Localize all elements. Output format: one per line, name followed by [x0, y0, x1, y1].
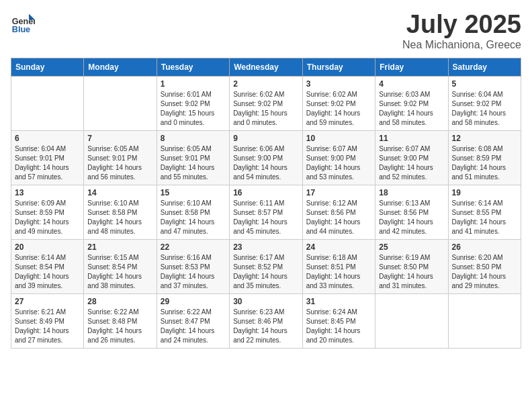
- day-info: Sunrise: 6:13 AMSunset: 8:56 PMDaylight:…: [379, 199, 433, 235]
- day-info: Sunrise: 6:02 AMSunset: 9:02 PMDaylight:…: [233, 91, 287, 126]
- weekday-header-sunday: Sunday: [11, 58, 84, 76]
- calendar-cell: 18Sunrise: 6:13 AMSunset: 8:56 PMDayligh…: [375, 185, 448, 239]
- day-number: 26: [452, 242, 518, 252]
- day-number: 31: [306, 297, 371, 306]
- day-number: 8: [161, 134, 226, 143]
- day-number: 13: [15, 188, 80, 197]
- calendar-cell: 23Sunrise: 6:17 AMSunset: 8:52 PMDayligh…: [230, 239, 303, 293]
- day-number: 12: [452, 134, 518, 143]
- calendar-cell: 2Sunrise: 6:02 AMSunset: 9:02 PMDaylight…: [230, 76, 303, 130]
- calendar-cell: [11, 76, 84, 130]
- calendar-cell: 6Sunrise: 6:04 AMSunset: 9:01 PMDaylight…: [11, 130, 84, 185]
- day-number: 30: [233, 297, 299, 306]
- weekday-header-saturday: Saturday: [448, 58, 521, 76]
- day-number: 15: [161, 188, 226, 197]
- day-info: Sunrise: 6:23 AMSunset: 8:46 PMDaylight:…: [233, 308, 287, 344]
- day-number: 11: [379, 134, 444, 143]
- day-number: 19: [452, 188, 518, 197]
- svg-text:Blue: Blue: [12, 25, 30, 34]
- day-number: 25: [379, 242, 444, 252]
- day-info: Sunrise: 6:22 AMSunset: 8:48 PMDaylight:…: [87, 308, 142, 344]
- weekday-header-monday: Monday: [84, 58, 157, 76]
- day-info: Sunrise: 6:18 AMSunset: 8:51 PMDaylight:…: [306, 254, 361, 289]
- calendar-cell: 7Sunrise: 6:05 AMSunset: 9:01 PMDaylight…: [84, 130, 157, 185]
- day-info: Sunrise: 6:04 AMSunset: 9:01 PMDaylight:…: [15, 145, 69, 181]
- day-number: 1: [161, 79, 226, 89]
- day-info: Sunrise: 6:05 AMSunset: 9:01 PMDaylight:…: [87, 145, 142, 181]
- calendar-cell: 16Sunrise: 6:11 AMSunset: 8:57 PMDayligh…: [230, 185, 303, 239]
- calendar-cell: 25Sunrise: 6:19 AMSunset: 8:50 PMDayligh…: [375, 239, 448, 293]
- calendar-cell: 19Sunrise: 6:14 AMSunset: 8:55 PMDayligh…: [448, 185, 521, 239]
- page-header: General Blue July 2025 Nea Michaniona, G…: [11, 11, 521, 51]
- day-info: Sunrise: 6:07 AMSunset: 9:00 PMDaylight:…: [379, 145, 433, 181]
- calendar-cell: 1Sunrise: 6:01 AMSunset: 9:02 PMDaylight…: [157, 76, 229, 130]
- day-info: Sunrise: 6:14 AMSunset: 8:55 PMDaylight:…: [452, 199, 506, 235]
- calendar-week-4: 20Sunrise: 6:14 AMSunset: 8:54 PMDayligh…: [11, 239, 521, 293]
- calendar-cell: 20Sunrise: 6:14 AMSunset: 8:54 PMDayligh…: [11, 239, 84, 293]
- weekday-header-friday: Friday: [375, 58, 448, 76]
- day-info: Sunrise: 6:12 AMSunset: 8:56 PMDaylight:…: [306, 199, 361, 235]
- calendar-cell: 5Sunrise: 6:04 AMSunset: 9:02 PMDaylight…: [448, 76, 521, 130]
- day-info: Sunrise: 6:17 AMSunset: 8:52 PMDaylight:…: [233, 254, 287, 289]
- calendar-cell: 4Sunrise: 6:03 AMSunset: 9:02 PMDaylight…: [375, 76, 448, 130]
- calendar-cell: [448, 293, 521, 348]
- calendar-week-3: 13Sunrise: 6:09 AMSunset: 8:59 PMDayligh…: [11, 185, 521, 239]
- location: Nea Michaniona, Greece: [402, 39, 521, 51]
- day-number: 29: [161, 297, 226, 306]
- day-number: 18: [379, 188, 444, 197]
- calendar-cell: 27Sunrise: 6:21 AMSunset: 8:49 PMDayligh…: [11, 293, 84, 348]
- day-info: Sunrise: 6:20 AMSunset: 8:50 PMDaylight:…: [452, 254, 506, 289]
- calendar-table: SundayMondayTuesdayWednesdayThursdayFrid…: [11, 58, 521, 349]
- day-info: Sunrise: 6:08 AMSunset: 8:59 PMDaylight:…: [452, 145, 506, 181]
- day-number: 3: [306, 79, 371, 89]
- day-info: Sunrise: 6:24 AMSunset: 8:45 PMDaylight:…: [306, 308, 361, 344]
- calendar-cell: 24Sunrise: 6:18 AMSunset: 8:51 PMDayligh…: [302, 239, 375, 293]
- calendar-cell: 11Sunrise: 6:07 AMSunset: 9:00 PMDayligh…: [375, 130, 448, 185]
- day-number: 22: [161, 242, 226, 252]
- day-info: Sunrise: 6:02 AMSunset: 9:02 PMDaylight:…: [306, 91, 361, 126]
- calendar-header-row: SundayMondayTuesdayWednesdayThursdayFrid…: [11, 58, 521, 76]
- calendar-cell: 29Sunrise: 6:22 AMSunset: 8:47 PMDayligh…: [157, 293, 229, 348]
- logo-icon: General Blue: [11, 11, 35, 35]
- day-info: Sunrise: 6:15 AMSunset: 8:54 PMDaylight:…: [87, 254, 142, 289]
- weekday-header-thursday: Thursday: [302, 58, 375, 76]
- day-info: Sunrise: 6:10 AMSunset: 8:58 PMDaylight:…: [161, 199, 215, 235]
- calendar-cell: 17Sunrise: 6:12 AMSunset: 8:56 PMDayligh…: [302, 185, 375, 239]
- day-info: Sunrise: 6:16 AMSunset: 8:53 PMDaylight:…: [161, 254, 215, 289]
- day-number: 9: [233, 134, 299, 143]
- title-block: July 2025 Nea Michaniona, Greece: [402, 11, 521, 51]
- calendar-cell: 10Sunrise: 6:07 AMSunset: 9:00 PMDayligh…: [302, 130, 375, 185]
- day-info: Sunrise: 6:19 AMSunset: 8:50 PMDaylight:…: [379, 254, 433, 289]
- day-number: 24: [306, 242, 371, 252]
- calendar-cell: 21Sunrise: 6:15 AMSunset: 8:54 PMDayligh…: [84, 239, 157, 293]
- calendar-cell: 14Sunrise: 6:10 AMSunset: 8:58 PMDayligh…: [84, 185, 157, 239]
- day-number: 21: [87, 242, 152, 252]
- day-info: Sunrise: 6:22 AMSunset: 8:47 PMDaylight:…: [161, 308, 215, 344]
- day-info: Sunrise: 6:05 AMSunset: 9:01 PMDaylight:…: [161, 145, 215, 181]
- calendar-body: 1Sunrise: 6:01 AMSunset: 9:02 PMDaylight…: [11, 76, 521, 348]
- calendar-week-2: 6Sunrise: 6:04 AMSunset: 9:01 PMDaylight…: [11, 130, 521, 185]
- calendar-cell: 12Sunrise: 6:08 AMSunset: 8:59 PMDayligh…: [448, 130, 521, 185]
- calendar-cell: 15Sunrise: 6:10 AMSunset: 8:58 PMDayligh…: [157, 185, 229, 239]
- day-number: 6: [15, 134, 80, 143]
- day-info: Sunrise: 6:11 AMSunset: 8:57 PMDaylight:…: [233, 199, 287, 235]
- day-number: 5: [452, 79, 518, 89]
- day-number: 2: [233, 79, 299, 89]
- calendar-cell: [375, 293, 448, 348]
- day-info: Sunrise: 6:21 AMSunset: 8:49 PMDaylight:…: [15, 308, 69, 344]
- calendar-cell: 22Sunrise: 6:16 AMSunset: 8:53 PMDayligh…: [157, 239, 229, 293]
- day-number: 14: [87, 188, 152, 197]
- calendar-cell: 26Sunrise: 6:20 AMSunset: 8:50 PMDayligh…: [448, 239, 521, 293]
- weekday-header-wednesday: Wednesday: [230, 58, 303, 76]
- calendar-cell: 30Sunrise: 6:23 AMSunset: 8:46 PMDayligh…: [230, 293, 303, 348]
- logo: General Blue: [11, 11, 36, 35]
- day-number: 17: [306, 188, 371, 197]
- day-info: Sunrise: 6:14 AMSunset: 8:54 PMDaylight:…: [15, 254, 69, 289]
- day-info: Sunrise: 6:06 AMSunset: 9:00 PMDaylight:…: [233, 145, 287, 181]
- calendar-cell: 13Sunrise: 6:09 AMSunset: 8:59 PMDayligh…: [11, 185, 84, 239]
- calendar-cell: 3Sunrise: 6:02 AMSunset: 9:02 PMDaylight…: [302, 76, 375, 130]
- day-number: 16: [233, 188, 299, 197]
- day-info: Sunrise: 6:10 AMSunset: 8:58 PMDaylight:…: [87, 199, 142, 235]
- calendar-cell: 28Sunrise: 6:22 AMSunset: 8:48 PMDayligh…: [84, 293, 157, 348]
- day-info: Sunrise: 6:09 AMSunset: 8:59 PMDaylight:…: [15, 199, 69, 235]
